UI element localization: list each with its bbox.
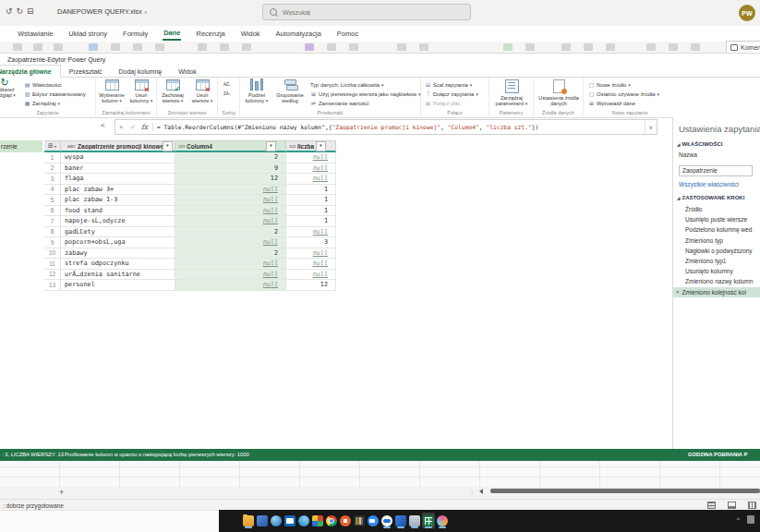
search-box[interactable] [262,4,471,20]
edge-browser-icon[interactable] [270,513,283,528]
excel-tab-widok[interactable]: Widok [240,28,261,40]
excel-tab-wstawianie[interactable]: Wstawianie [17,28,54,40]
pq-tab-przekształć[interactable]: Przekształć [61,66,111,77]
cell[interactable]: 12 [175,174,286,185]
grid-corner-cell[interactable]: ⊞▾ [44,140,61,152]
applied-step[interactable]: Nagłówki o podwyższony [673,246,760,256]
cell[interactable]: 1 [286,206,336,217]
cell[interactable]: 9 [175,163,286,175]
check-icon[interactable]: ✓ [127,124,139,131]
split-column-button[interactable]: Podziel kolumny [242,79,271,103]
cell[interactable]: 3 [286,237,336,248]
cell[interactable]: null [286,152,336,163]
pq-tab-widok[interactable]: Widok [170,66,204,77]
cell[interactable]: null [286,270,336,281]
query-name-input[interactable] [679,165,753,176]
store-package-icon[interactable] [256,513,269,528]
file-explorer-icon[interactable] [242,513,255,528]
remove-rows-button[interactable]: Usuń wiersze [187,79,217,103]
new-source-button[interactable]: ▢Nowe źródło [588,80,659,89]
cell[interactable]: urÄ…dzenia sanitarne [61,270,175,281]
column-header-1[interactable]: ABCZaopatrzenie promocji kinowej▾ [61,140,175,152]
pq-tab-dodaj-kolumnę[interactable]: Dodaj kolumnę [111,66,171,77]
photos-tile-icon[interactable] [311,513,324,528]
excel-tab-pomoc[interactable]: Pomoc [336,28,359,40]
accessibility-status[interactable]: : dobrze przygotowane [3,502,64,509]
manage-button[interactable]: ▦Zarządzaj [24,99,86,107]
cell[interactable]: 1 [286,216,336,227]
cancel-icon[interactable]: × [115,124,127,130]
filter-dropdown-icon[interactable]: ▾ [266,141,276,151]
save-icon[interactable]: ⊟ [27,6,34,16]
scroll-left-icon[interactable] [479,489,483,494]
excel-tab-recenzja[interactable]: Recenzja [195,28,225,40]
sort-ascending-button[interactable]: AZ↓ [222,80,233,89]
media-player-icon[interactable] [353,513,366,528]
cell[interactable]: baner [61,163,175,175]
properties-button[interactable]: ▤Właściwości [24,80,86,89]
applied-step[interactable]: Zmieniono nazwy kolumn [673,276,760,286]
data-type-button[interactable]: Typ danych: Liczba całkowita [310,80,421,89]
outlook-icon[interactable] [283,513,296,528]
refresh-preview-button[interactable]: ↻ Odśwież podgląd [0,79,20,98]
use-first-row-headers-button[interactable]: ⊞Użyj pierwszego wiersza jako nagłówków [310,90,421,98]
cell[interactable]: zabawy [61,248,175,260]
data-source-settings-button[interactable]: Ustawienia źródła danych [538,79,579,106]
cell[interactable]: popcorn+obsĹ‚uga [61,237,175,248]
tray-item-icon[interactable] [747,515,754,524]
queries-pane-collapse-button[interactable]: < [101,121,105,129]
column-header-2[interactable]: 123Column4▾ [175,140,286,152]
cell[interactable]: null [175,195,286,206]
zoom-icon[interactable] [367,513,380,528]
cell[interactable]: null [175,185,286,196]
visual-studio-icon[interactable] [394,513,407,528]
applied-step[interactable]: Zmieniono typ [673,236,760,246]
cell[interactable]: 12 [286,280,336,291]
cell[interactable]: plac zabaw 1-3 [61,195,175,206]
normal-view-button[interactable] [707,502,716,509]
formula-input[interactable]: = Table.ReorderColumns(#"Zmieniono nazwy… [153,124,645,130]
all-properties-link[interactable]: Wszystkie właściwości [679,181,760,187]
append-queries-button[interactable]: ⊤Dołącz zapytania [425,90,478,98]
cell[interactable]: personel [61,280,175,291]
redo-icon[interactable]: ↻ [17,6,28,16]
cell[interactable]: napoje-sĹ‚odycze [61,216,175,227]
cell[interactable]: null [286,259,336,270]
cell[interactable]: food stand [61,206,175,217]
applied-step[interactable]: Źródło [673,204,760,214]
cell[interactable]: 1 [286,195,336,206]
keep-rows-button[interactable]: Zachowaj wiersze [158,79,187,103]
manage-parameters-button[interactable]: Zarządzaj parametrami [493,79,530,106]
teamviewer-icon[interactable] [380,513,393,528]
delete-step-icon[interactable]: × [676,289,680,295]
firefox-icon[interactable] [339,513,352,528]
page-break-view-button[interactable] [748,502,756,509]
undo-icon[interactable]: ↺ [6,6,17,16]
enter-data-button[interactable]: ⊞Wprowadź dane [588,99,659,107]
tray-expand-icon[interactable]: ^ [737,516,740,523]
page-layout-view-button[interactable] [728,502,736,509]
filter-dropdown-icon[interactable]: ▾ [163,141,173,151]
horizontal-scrollbar[interactable] [490,489,760,493]
cell[interactable]: 2 [175,152,286,163]
group-by-button[interactable]: Grupowanie według [273,79,307,103]
cell[interactable]: null [286,174,336,185]
cell[interactable]: null [175,270,286,281]
query-list-item-selected[interactable]: rzenie [0,140,42,152]
new-sheet-button[interactable]: + [59,488,64,497]
applied-step[interactable]: Podzielono kolumnę wed [673,224,760,235]
cell[interactable]: null [286,163,336,175]
pq-tab-narzędzia-główne[interactable]: Narzędzia główne [0,65,61,78]
remove-columns-button[interactable]: Usuń kolumny [127,79,156,103]
excel-icon[interactable] [422,513,435,528]
recent-sources-button[interactable]: ▢Ostatnio używane źródła [588,90,659,98]
properties-section-header[interactable]: ◢WŁAŚCIWOŚCI [677,141,760,147]
account-avatar[interactable]: PW [739,5,755,21]
designer-icon[interactable] [436,513,449,528]
quick-access-toolbar[interactable]: ↺↻⊟ [6,6,34,16]
cell[interactable]: null [286,227,336,238]
sort-descending-button[interactable]: ZA↓ [222,90,233,98]
merge-queries-button[interactable]: ⊟Scal zapytania [425,80,478,89]
applied-step[interactable]: ×Zmieniono kolejność kol [673,287,760,297]
cell[interactable]: 1 [286,185,336,196]
